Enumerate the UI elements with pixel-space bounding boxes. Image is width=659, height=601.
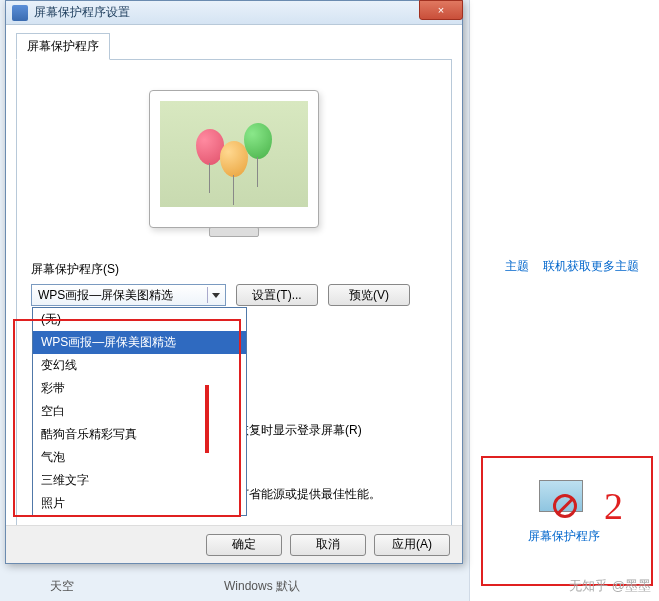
annotation-line-1 <box>205 385 209 453</box>
preview-button[interactable]: 预览(V) <box>328 284 410 306</box>
dropdown-option-none[interactable]: (无) <box>33 308 246 331</box>
theme-label-default[interactable]: Windows 默认 <box>224 578 300 595</box>
watermark-text: 无知乎 @墨墨 <box>569 577 651 595</box>
dropdown-option-blank[interactable]: 空白 <box>33 400 246 423</box>
dialog-icon <box>12 5 28 21</box>
balloon-icon <box>244 123 272 159</box>
theme-thumbnails-row: 天空 Windows 默认 <box>0 571 470 601</box>
chevron-down-icon <box>207 287 223 303</box>
tab-screensaver[interactable]: 屏幕保护程序 <box>16 33 110 60</box>
dropdown-option-ribbons[interactable]: 彩带 <box>33 377 246 400</box>
screensaver-link-label: 屏幕保护程序 <box>519 528 609 545</box>
dialog-title: 屏幕保护程序设置 <box>34 4 130 21</box>
screensaver-dropdown: (无) WPS画报—屏保美图精选 变幻线 彩带 空白 酷狗音乐精彩写真 气泡 三… <box>32 307 247 516</box>
dropdown-option-bubbles[interactable]: 气泡 <box>33 446 246 469</box>
cancel-button[interactable]: 取消 <box>290 534 366 556</box>
theme-link[interactable]: 主题 <box>505 258 529 275</box>
ok-button[interactable]: 确定 <box>206 534 282 556</box>
monitor-stand <box>209 227 259 237</box>
screensaver-group-label: 屏幕保护程序(S) <box>31 261 437 278</box>
annotation-number-2: 2 <box>604 484 623 528</box>
balloon-string <box>233 175 234 205</box>
balloon-icon <box>220 141 248 177</box>
preview-monitor <box>149 90 319 228</box>
dropdown-option-wps[interactable]: WPS画报—屏保美图精选 <box>33 331 246 354</box>
resume-checkbox-label[interactable]: 恢复时显示登录屏幕(R) <box>237 422 362 439</box>
dropdown-option-mystify[interactable]: 变幻线 <box>33 354 246 377</box>
screensaver-shortcut[interactable]: 屏幕保护程序 <box>519 480 609 545</box>
power-hint-text: 节省能源或提供最佳性能。 <box>237 486 381 503</box>
screensaver-disabled-icon <box>539 480 589 520</box>
apply-button[interactable]: 应用(A) <box>374 534 450 556</box>
balloon-string <box>209 163 210 193</box>
preview-screen <box>160 101 308 207</box>
close-button[interactable]: × <box>419 0 463 20</box>
dropdown-option-3dtext[interactable]: 三维文字 <box>33 469 246 492</box>
dropdown-option-kugou[interactable]: 酷狗音乐精彩写真 <box>33 423 246 446</box>
tab-panel: 屏幕保护程序(S) WPS画报—屏保美图精选 (无) WPS画报—屏保美图精选 … <box>16 59 452 547</box>
screensaver-combo[interactable]: WPS画报—屏保美图精选 (无) WPS画报—屏保美图精选 变幻线 彩带 空白 … <box>31 284 226 306</box>
more-themes-link[interactable]: 联机获取更多主题 <box>543 258 639 275</box>
dropdown-option-photos[interactable]: 照片 <box>33 492 246 515</box>
screensaver-settings-dialog: 屏幕保护程序设置 × 屏幕保护程序 <box>5 0 463 564</box>
titlebar[interactable]: 屏幕保护程序设置 × <box>6 1 462 25</box>
balloon-string <box>257 157 258 187</box>
theme-links: 主题 联机获取更多主题 <box>505 258 639 275</box>
dialog-button-row: 确定 取消 应用(A) <box>6 525 462 563</box>
settings-button[interactable]: 设置(T)... <box>236 284 318 306</box>
theme-label-sky[interactable]: 天空 <box>50 578 74 595</box>
combo-value: WPS画报—屏保美图精选 <box>38 288 173 302</box>
